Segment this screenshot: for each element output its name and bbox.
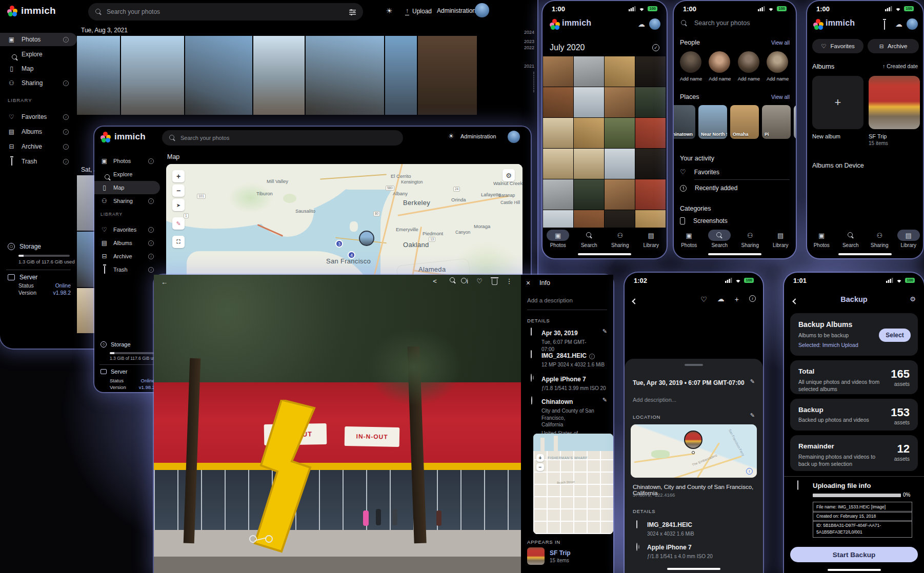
- photo-thumbnail[interactable]: [574, 210, 604, 228]
- delete-icon[interactable]: [490, 277, 499, 286]
- photo-map-marker[interactable]: [684, 431, 702, 449]
- nav-search[interactable]: Search: [574, 230, 605, 248]
- person-item[interactable]: Add name: [738, 51, 760, 81]
- recently-added-row[interactable]: Recently added: [680, 185, 737, 192]
- photo-thumbnail[interactable]: [605, 118, 635, 148]
- trash-icon[interactable]: [884, 21, 885, 30]
- photo-thumbnail[interactable]: [635, 210, 666, 228]
- back-icon[interactable]: ←: [161, 278, 168, 286]
- photo-thumbnail[interactable]: [385, 36, 416, 115]
- immich-logo[interactable]: immich: [101, 132, 146, 142]
- place-tile[interactable]: Pi: [762, 105, 791, 139]
- sidebar-item-map[interactable]: ▯Map: [94, 181, 160, 194]
- favorites-button[interactable]: ♡Favorites: [812, 39, 863, 53]
- photo-thumbnail[interactable]: [418, 36, 477, 115]
- photo-thumbnail[interactable]: [635, 149, 666, 179]
- administration-link[interactable]: Administration: [460, 133, 496, 139]
- scrubber-year[interactable]: 2023: [517, 39, 534, 44]
- photo-thumbnail[interactable]: [635, 179, 666, 210]
- photo-thumbnail[interactable]: [635, 87, 666, 117]
- sidebar-item-albums[interactable]: ▤Albums i: [94, 236, 160, 250]
- upload-button[interactable]: ↑ Upload: [405, 7, 432, 15]
- nav-library[interactable]: ▤Library: [766, 230, 796, 248]
- favorite-icon[interactable]: ♡: [475, 277, 484, 286]
- map-photo-marker[interactable]: [359, 231, 374, 246]
- info-icon[interactable]: i: [63, 159, 69, 165]
- scrubber-year[interactable]: 2022: [517, 45, 534, 50]
- place-tile[interactable]: Chinatown: [674, 105, 695, 139]
- nav-library[interactable]: ▤Library: [894, 230, 923, 248]
- map-fullscreen-button[interactable]: ⛶: [172, 236, 185, 248]
- photo-thumbnail[interactable]: [77, 36, 120, 115]
- user-avatar[interactable]: [649, 18, 660, 30]
- add-description-field[interactable]: Add description...: [633, 397, 676, 403]
- map-locate-button[interactable]: ➤: [172, 199, 185, 211]
- sidebar-item-photos[interactable]: ▣ Photos i: [0, 33, 77, 46]
- map-zoom-in-button[interactable]: +: [172, 170, 185, 182]
- photo-thumbnail[interactable]: [253, 36, 305, 115]
- search-input[interactable]: Search your photos: [681, 19, 750, 27]
- nav-photos[interactable]: ▣Photos: [674, 230, 705, 248]
- photo-thumbnail[interactable]: [574, 179, 604, 210]
- photo-thumbnail[interactable]: [574, 149, 604, 179]
- favorites-row[interactable]: ♡ Favorites: [680, 168, 719, 176]
- theme-toggle-button[interactable]: ☀: [386, 7, 393, 15]
- nav-search[interactable]: Search: [705, 230, 735, 248]
- photo-thumbnail[interactable]: [574, 118, 604, 148]
- user-avatar[interactable]: [907, 18, 918, 30]
- settings-gear-icon[interactable]: ⚙: [910, 295, 916, 303]
- sidebar-item-photos[interactable]: ▣Photos i: [94, 154, 160, 168]
- place-tile[interactable]: Near North Side: [698, 105, 727, 139]
- edit-date-icon[interactable]: ✎: [750, 378, 755, 385]
- person-item[interactable]: Add name: [767, 51, 789, 81]
- theme-toggle-button[interactable]: ☀: [448, 132, 454, 140]
- sidebar-item-favorites[interactable]: ♡Favorites i: [94, 223, 160, 236]
- user-avatar[interactable]: [475, 3, 489, 17]
- location-minimap[interactable]: FISHERMAN'S WHARF Beach Street + −: [533, 434, 613, 534]
- viewer-photo[interactable]: IN-N-OUT IN-N-OUT: [154, 275, 521, 573]
- map-cluster-marker[interactable]: 4: [348, 251, 355, 259]
- add-icon[interactable]: +: [735, 295, 739, 303]
- nav-photos[interactable]: ▣Photos: [543, 230, 574, 248]
- timeline-scrubber[interactable]: 2024 2023 2022 2021: [517, 30, 534, 92]
- new-album-tile[interactable]: +: [812, 76, 863, 129]
- select-all-check-icon[interactable]: ✓: [652, 44, 659, 51]
- people-view-all-link[interactable]: View all: [771, 39, 790, 46]
- map-zoom-out-button[interactable]: −: [172, 185, 185, 197]
- sidebar-item-explore[interactable]: Explore: [94, 168, 160, 181]
- info-icon[interactable]: i: [148, 254, 154, 259]
- nav-sharing[interactable]: ⚇Sharing: [735, 230, 766, 248]
- info-icon[interactable]: i: [749, 295, 756, 302]
- edit-location-icon[interactable]: ✎: [750, 412, 755, 419]
- add-description-field[interactable]: Add a description: [527, 297, 573, 303]
- sidebar-item-sharing[interactable]: ⚇Sharing i: [94, 194, 160, 208]
- photo-thumbnail[interactable]: [574, 87, 604, 117]
- photo-thumbnail[interactable]: [605, 149, 635, 179]
- info-icon[interactable]: i: [63, 37, 69, 43]
- photo-thumbnail[interactable]: [306, 36, 385, 115]
- map-attribution-icon[interactable]: i: [746, 468, 753, 475]
- info-icon[interactable]: i: [148, 227, 154, 233]
- photo-thumbnail[interactable]: [543, 118, 573, 148]
- sidebar-item-trash[interactable]: Trash i: [0, 155, 77, 168]
- nav-photos[interactable]: ▣Photos: [807, 230, 836, 248]
- photo-thumbnail[interactable]: [574, 56, 604, 87]
- info-icon[interactable]: i: [63, 114, 69, 120]
- location-map[interactable]: San Francisco Ferry The Embarcadero i: [631, 424, 757, 478]
- nav-library[interactable]: ▤Library: [636, 230, 667, 248]
- start-backup-button[interactable]: Start Backup: [790, 547, 918, 562]
- sidebar-item-map[interactable]: ▯ Map: [0, 62, 77, 75]
- info-icon[interactable]: i: [148, 198, 154, 204]
- sidebar-item-trash[interactable]: Trash i: [94, 263, 160, 276]
- edit-date-icon[interactable]: ✎: [602, 328, 607, 335]
- user-avatar[interactable]: [508, 131, 520, 143]
- immich-logo[interactable]: immich: [7, 5, 56, 16]
- place-tile[interactable]: [794, 105, 796, 139]
- sidebar-item-albums[interactable]: ▤ Albums i: [0, 125, 77, 138]
- close-icon[interactable]: ×: [526, 279, 530, 287]
- edit-location-icon[interactable]: ✎: [602, 397, 607, 403]
- share-icon[interactable]: <: [430, 277, 439, 286]
- info-icon[interactable]: i: [63, 129, 69, 135]
- map-theme-button[interactable]: ✎: [172, 217, 185, 230]
- search-input[interactable]: Search your photos: [88, 3, 363, 21]
